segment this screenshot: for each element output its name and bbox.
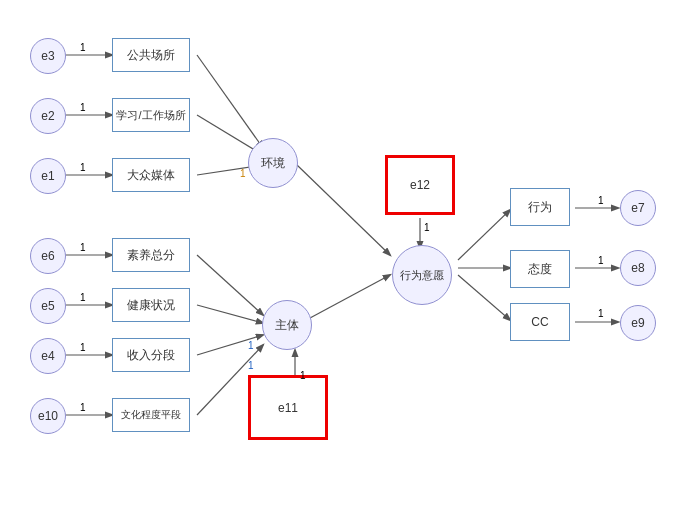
label-e6-1: 1	[80, 242, 86, 253]
node-e4: e4	[30, 338, 66, 374]
label-e11-1: 1	[300, 370, 306, 381]
node-e9: e9	[620, 305, 656, 341]
svg-line-11	[197, 305, 263, 323]
node-huanjing: 环境	[248, 138, 298, 188]
svg-line-10	[197, 255, 263, 315]
label-e1-1: 1	[80, 162, 86, 173]
diagram: e3 e2 e1 e6 e5 e4 e10 公共场所 学习/工作场所 大众媒体 …	[0, 0, 687, 511]
label-e3-1: 1	[80, 42, 86, 53]
node-e8: e8	[620, 250, 656, 286]
label-e10-1: 1	[80, 402, 86, 413]
node-xingwei: 行为	[510, 188, 570, 226]
label-shoru-zhuti: 1	[248, 340, 254, 351]
label-e4-1: 1	[80, 342, 86, 353]
node-e10: e10	[30, 398, 66, 434]
svg-line-7	[197, 55, 263, 148]
node-大众媒体: 大众媒体	[112, 158, 190, 192]
node-健康状况: 健康状况	[112, 288, 190, 322]
node-e6: e6	[30, 238, 66, 274]
arrows-svg	[0, 0, 687, 511]
svg-line-18	[458, 210, 510, 260]
svg-line-20	[458, 275, 510, 320]
label-e12-1: 1	[424, 222, 430, 233]
node-e5: e5	[30, 288, 66, 324]
node-文化程度: 文化程度平段	[112, 398, 190, 432]
node-cc: CC	[510, 303, 570, 341]
node-taidu: 态度	[510, 250, 570, 288]
svg-line-14	[297, 165, 390, 255]
node-素养总分: 素养总分	[112, 238, 190, 272]
node-e11: e11	[248, 375, 328, 440]
label-wenhua-zhuti: 1	[248, 360, 254, 371]
node-e2: e2	[30, 98, 66, 134]
node-zhuti: 主体	[262, 300, 312, 350]
node-e1: e1	[30, 158, 66, 194]
node-公共场所: 公共场所	[112, 38, 190, 72]
label-cc-e9: 1	[598, 308, 604, 319]
label-dazhong-huanjing: 1	[240, 168, 246, 179]
node-学习工作场所: 学习/工作场所	[112, 98, 190, 132]
node-收入分段: 收入分段	[112, 338, 190, 372]
label-e2-1: 1	[80, 102, 86, 113]
node-xingwei-yiyuan: 行为意愿	[392, 245, 452, 305]
node-e3: e3	[30, 38, 66, 74]
label-xingwei-e7: 1	[598, 195, 604, 206]
node-e7: e7	[620, 190, 656, 226]
node-e12: e12	[385, 155, 455, 215]
label-e5-1: 1	[80, 292, 86, 303]
label-taidu-e8: 1	[598, 255, 604, 266]
